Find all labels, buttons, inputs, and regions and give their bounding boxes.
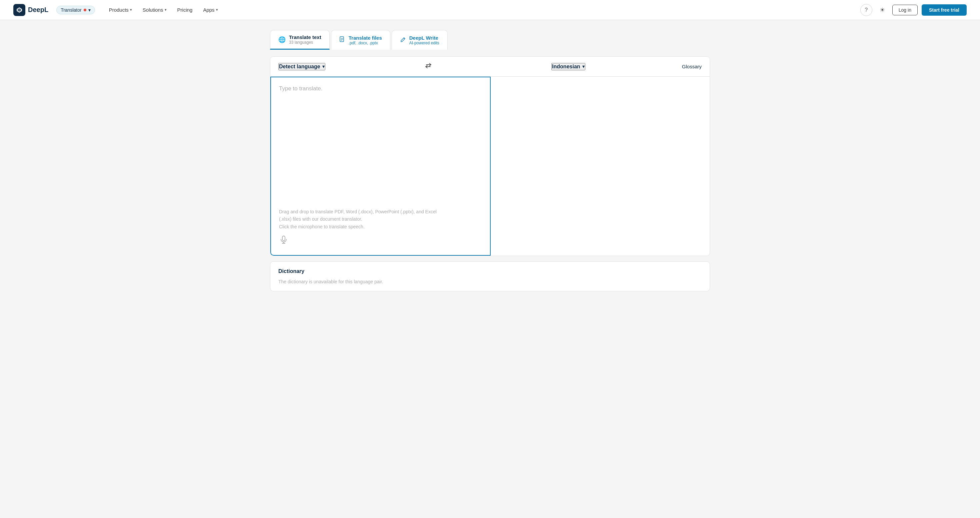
nav-right: ? ☀ Log in Start free trial [860,4,967,16]
deepl-write-title: DeepL Write [409,35,439,41]
tab-text-translate-text: Translate text 33 languages [289,34,321,44]
products-chevron-icon: ▾ [130,8,132,12]
apps-chevron-icon: ▾ [216,8,218,12]
translation-panels: Drag and drop to translate PDF, Word (.d… [270,77,710,256]
translate-files-subtitle: .pdf, .docx, .pptx [348,41,382,45]
tabs: 🌐 Translate text 33 languages Translate … [270,30,710,50]
translator-label: Translator [60,7,82,13]
translator-mode-btn[interactable]: Translator ▾ [56,6,95,14]
nav-solutions[interactable]: Solutions ▾ [138,5,171,15]
target-language-label: Indonesian [552,64,580,70]
source-lang-chevron-icon: ▾ [322,64,325,69]
tab-deepl-write[interactable]: DeepL Write AI-powered edits [392,30,448,50]
dictionary-title: Dictionary [278,269,702,274]
target-panel [491,77,710,256]
dictionary-box: Dictionary The dictionary is unavailable… [270,261,710,291]
tab-text-translate-files: Translate files .pdf, .docx, .pptx [348,35,382,45]
language-bar: Detect language ▾ Indonesian ▾ Glossary [270,57,710,77]
source-bottom [279,230,482,247]
tab-translate-files[interactable]: Translate files .pdf, .docx, .pptx [331,30,390,50]
source-hint: Drag and drop to translate PDF, Word (.d… [279,208,482,230]
target-lang-chevron-icon: ▾ [582,64,585,69]
logo-icon [13,4,25,16]
translator-chevron-icon: ▾ [88,7,91,13]
translate-text-subtitle: 33 languages [289,40,321,44]
translate-files-icon [339,37,345,44]
target-language-selector[interactable]: Indonesian ▾ [551,63,585,70]
swap-languages-button[interactable] [422,61,435,72]
dictionary-message: The dictionary is unavailable for this l… [278,279,702,284]
nav-pricing[interactable]: Pricing [173,5,197,15]
logo-link[interactable]: DeepL [13,4,48,16]
microphone-button[interactable] [279,234,288,247]
nav-products[interactable]: Products ▾ [104,5,137,15]
deepl-write-subtitle: AI-powered edits [409,41,439,45]
start-trial-button[interactable]: Start free trial [922,4,967,16]
logo-text: DeepL [28,6,48,14]
navbar: DeepL Translator ▾ Products ▾ Solutions … [0,0,980,20]
source-language-label: Detect language [279,64,320,70]
source-panel: Drag and drop to translate PDF, Word (.d… [270,77,491,256]
deepl-write-icon [400,37,406,44]
help-button[interactable]: ? [860,4,872,16]
translate-files-title: Translate files [348,35,382,41]
svg-rect-6 [282,236,285,241]
solutions-chevron-icon: ▾ [165,8,167,12]
theme-toggle-button[interactable]: ☀ [877,4,888,16]
nav-menu: Products ▾ Solutions ▾ Pricing Apps ▾ [104,5,858,15]
translator-box: Detect language ▾ Indonesian ▾ Glossary [270,56,710,256]
source-language-selector[interactable]: Detect language ▾ [278,63,325,70]
source-text-input[interactable] [279,85,482,205]
help-icon: ? [865,7,868,13]
translate-text-title: Translate text [289,34,321,40]
tab-text-deepl-write: DeepL Write AI-powered edits [409,35,439,45]
tab-translate-text[interactable]: 🌐 Translate text 33 languages [270,30,330,50]
main-content: 🌐 Translate text 33 languages Translate … [257,20,723,301]
nav-apps[interactable]: Apps ▾ [198,5,222,15]
login-button[interactable]: Log in [892,5,918,15]
translate-text-icon: 🌐 [278,36,286,43]
theme-icon: ☀ [880,6,885,14]
glossary-button[interactable]: Glossary [682,64,702,69]
active-dot [84,9,86,11]
